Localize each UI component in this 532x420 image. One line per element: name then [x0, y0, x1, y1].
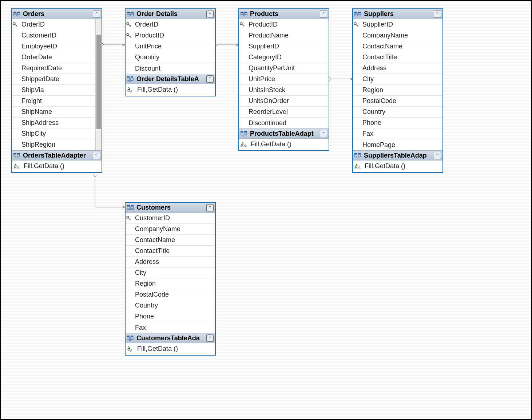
column-name: Quantity [135, 54, 159, 61]
column-row[interactable]: UnitPrice [239, 74, 329, 85]
column-row[interactable]: ProductID [126, 30, 215, 41]
tableadapter-header[interactable]: CustomersTableAda ⌃ [126, 333, 215, 343]
tableadapter-body[interactable]: Fill,GetData () [239, 139, 329, 150]
column-row[interactable]: OrderID [126, 19, 215, 30]
column-row[interactable]: CompanyName [126, 224, 215, 235]
collapse-icon[interactable]: ⌃ [434, 11, 441, 18]
column-row[interactable]: City [353, 74, 442, 85]
tableadapter-header[interactable]: SuppliersTableAdap ⌃ [353, 150, 442, 161]
entity-header[interactable]: Customers ⌃ [126, 203, 215, 213]
tableadapter-title: SuppliersTableAdap [364, 152, 432, 159]
column-row[interactable]: OrderDate [12, 52, 96, 63]
column-row[interactable]: RequiredDate [12, 63, 96, 74]
column-row[interactable]: CustomerID [126, 213, 215, 224]
column-row[interactable]: Phone [353, 118, 442, 128]
column-name: PostalCode [135, 291, 169, 298]
tableadapter-header[interactable]: ProductsTableAdapt ⌃ [239, 128, 329, 139]
collapse-icon[interactable]: ⌃ [93, 152, 100, 159]
column-row[interactable]: ContactName [353, 41, 442, 52]
entity-suppliers[interactable]: Suppliers ⌃ SupplierID CompanyName Conta… [352, 8, 443, 173]
column-row[interactable]: ContactName [126, 235, 215, 246]
tableadapter-body[interactable]: Fill,GetData () [12, 161, 102, 172]
collapse-icon[interactable]: ⌃ [93, 11, 100, 18]
column-name: UnitPrice [249, 75, 275, 83]
column-name: Freight [21, 97, 42, 105]
column-row[interactable]: PostalCode [126, 289, 215, 300]
tableadapter-icon [127, 76, 134, 82]
column-row[interactable]: ReorderLevel [239, 107, 329, 118]
column-row[interactable]: Freight [12, 96, 96, 107]
column-row[interactable]: ContactTitle [353, 52, 442, 63]
column-row[interactable]: Address [353, 63, 442, 74]
column-name: UnitsInStock [249, 86, 285, 94]
column-row[interactable]: ShipName [12, 107, 96, 118]
entity-customers[interactable]: Customers ⌃ CustomerID CompanyName Conta… [125, 202, 216, 356]
tableadapter-header[interactable]: Order DetailsTableA ⌃ [126, 74, 215, 84]
tableadapter-body[interactable]: Fill,GetData () [353, 161, 442, 172]
dataset-designer-canvas[interactable]: Orders ⌃ OrderID CustomerID EmployeeID O… [0, 0, 532, 420]
collapse-icon[interactable]: ⌃ [206, 11, 214, 18]
entity-header[interactable]: Orders ⌃ [12, 9, 102, 19]
column-row[interactable]: ContactTitle [126, 246, 215, 257]
column-row[interactable]: UnitsOnOrder [239, 96, 329, 107]
column-row[interactable]: UnitPrice [126, 41, 215, 52]
entity-orders[interactable]: Orders ⌃ OrderID CustomerID EmployeeID O… [11, 8, 102, 173]
column-row[interactable]: ProductName [239, 30, 329, 41]
column-row[interactable]: Region [126, 278, 215, 289]
tableadapter-body[interactable]: Fill,GetData () [126, 84, 215, 96]
column-row[interactable]: Fax [353, 128, 442, 139]
column-row[interactable]: QuantityPerUnit [239, 63, 329, 74]
column-row[interactable]: CompanyName [353, 30, 442, 41]
column-row[interactable]: ShipAddress [12, 118, 96, 128]
column-row[interactable]: PostalCode [353, 96, 442, 107]
column-row[interactable]: City [126, 268, 215, 278]
collapse-icon[interactable]: ⌃ [206, 334, 214, 342]
collapse-icon[interactable]: ⌃ [320, 11, 327, 18]
column-row[interactable]: ShipCity [12, 128, 96, 139]
scrollbar[interactable] [95, 19, 102, 150]
entity-header[interactable]: Order Details ⌃ [126, 9, 215, 19]
entity-order_details[interactable]: Order Details ⌃ OrderID ProductID UnitPr… [125, 8, 216, 96]
column-row[interactable]: ShipVia [12, 85, 96, 96]
column-row[interactable]: ShippedDate [12, 74, 96, 85]
column-row[interactable]: CustomerID [12, 30, 96, 41]
tableadapter-body[interactable]: Fill,GetData () [126, 343, 215, 355]
column-row[interactable]: HomePage [353, 139, 442, 150]
column-row[interactable]: ProductID [239, 19, 329, 30]
column-row[interactable]: Discount [126, 63, 215, 74]
column-name: ShipCity [21, 130, 46, 138]
tableadapter-header[interactable]: OrdersTableAdapter ⌃ [12, 150, 102, 161]
collapse-icon[interactable]: ⌃ [320, 130, 327, 137]
column-name: ProductID [249, 21, 278, 28]
column-row[interactable]: Address [126, 257, 215, 268]
column-row[interactable]: ShipRegion [12, 139, 96, 150]
entity-header[interactable]: Products ⌃ [239, 9, 329, 19]
scrollbar-thumb[interactable] [96, 35, 101, 129]
column-row[interactable]: OrderID [12, 19, 96, 30]
column-row[interactable]: SupplierID [239, 41, 329, 52]
collapse-icon[interactable]: ⌃ [206, 75, 214, 83]
entity-header[interactable]: Suppliers ⌃ [353, 9, 442, 19]
column-row[interactable]: Country [353, 107, 442, 118]
column-name: CustomerID [21, 32, 56, 39]
column-row[interactable]: Quantity [126, 52, 215, 63]
column-name: Phone [135, 313, 154, 320]
primary-key-icon [126, 216, 131, 221]
column-row[interactable]: SupplierID [353, 19, 442, 30]
column-row[interactable]: UnitsInStock [239, 85, 329, 96]
column-name: Phone [362, 119, 381, 127]
collapse-icon[interactable]: ⌃ [206, 204, 214, 211]
column-row[interactable]: Fax [126, 322, 215, 333]
column-row[interactable]: Phone [126, 311, 215, 322]
column-row[interactable]: EmployeeID [12, 41, 96, 52]
column-row[interactable]: CategoryID [239, 52, 329, 63]
column-name: PostalCode [362, 97, 396, 105]
column-row[interactable]: Discontinued [239, 118, 329, 128]
entity-products[interactable]: Products ⌃ ProductID ProductName Supplie… [238, 8, 329, 151]
entity-title: Customers [136, 204, 204, 211]
column-row[interactable]: Country [126, 300, 215, 311]
fill-method: Fill,GetData () [24, 162, 64, 170]
tableadapter-icon [13, 152, 21, 159]
collapse-icon[interactable]: ⌃ [434, 152, 441, 159]
column-row[interactable]: Region [353, 85, 442, 96]
